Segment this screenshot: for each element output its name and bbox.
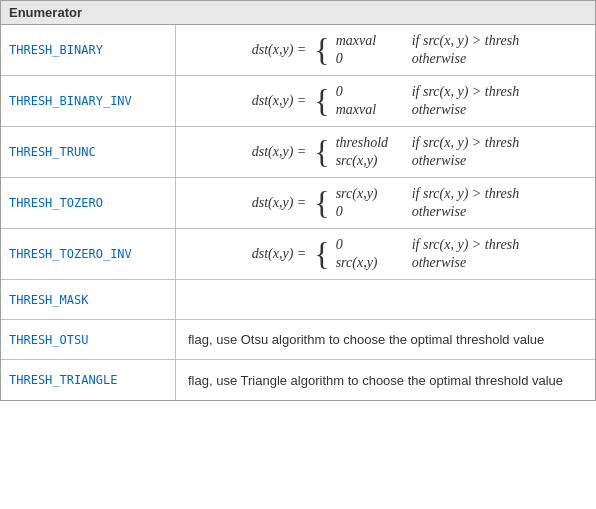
enumerator-cell: THRESH_TOZERO [1, 178, 176, 228]
enumerator-cell: THRESH_OTSU [1, 320, 176, 359]
table-body: THRESH_BINARY dst(x,y) = { maxval if src… [1, 25, 595, 400]
enumerator-cell: THRESH_BINARY [1, 25, 176, 75]
description-cell: flag, use Otsu algorithm to choose the o… [176, 320, 595, 359]
description-cell: dst(x,y) = { maxval if src(x, y) > thres… [176, 25, 595, 75]
table-header: Enumerator [1, 1, 595, 25]
enumerator-cell: THRESH_TRUNC [1, 127, 176, 177]
description-cell: dst(x,y) = { 0 if src(x, y) > thresh max… [176, 76, 595, 126]
description-cell: dst(x,y) = { src(x,y) if src(x, y) > thr… [176, 178, 595, 228]
table-row: THRESH_OTSUflag, use Otsu algorithm to c… [1, 320, 595, 360]
enumerator-cell: THRESH_TOZERO_INV [1, 229, 176, 279]
table-row: THRESH_BINARY_INV dst(x,y) = { 0 if src(… [1, 76, 595, 127]
description-cell [176, 280, 595, 319]
enumerator-cell: THRESH_BINARY_INV [1, 76, 176, 126]
description-cell: flag, use Triangle algorithm to choose t… [176, 360, 595, 400]
description-cell: dst(x,y) = { threshold if src(x, y) > th… [176, 127, 595, 177]
enumerator-cell: THRESH_TRIANGLE [1, 360, 176, 400]
table-row: THRESH_TOZERO dst(x,y) = { src(x,y) if s… [1, 178, 595, 229]
description-cell: dst(x,y) = { 0 if src(x, y) > thresh src… [176, 229, 595, 279]
table-row: THRESH_TOZERO_INV dst(x,y) = { 0 if src(… [1, 229, 595, 280]
table-row: THRESH_MASK [1, 280, 595, 320]
table-row: THRESH_TRUNC dst(x,y) = { threshold if s… [1, 127, 595, 178]
enumerator-table: Enumerator THRESH_BINARY dst(x,y) = { ma… [0, 0, 596, 401]
table-row: THRESH_TRIANGLEflag, use Triangle algori… [1, 360, 595, 400]
enumerator-cell: THRESH_MASK [1, 280, 176, 319]
table-row: THRESH_BINARY dst(x,y) = { maxval if src… [1, 25, 595, 76]
